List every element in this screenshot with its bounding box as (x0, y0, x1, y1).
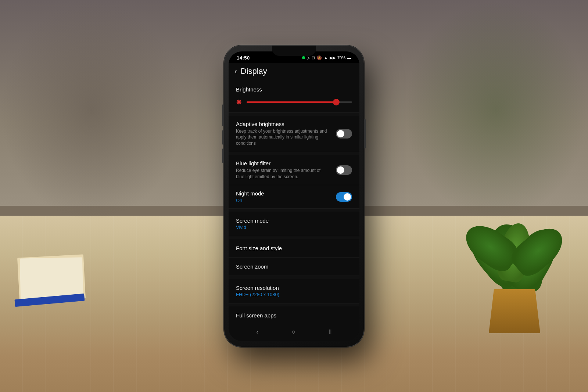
page-title: Display (241, 66, 267, 76)
bg-blur-left (0, 0, 184, 220)
screen-zoom-title: Screen zoom (236, 263, 352, 270)
separator-4 (229, 236, 359, 239)
night-mode-title: Night mode (236, 190, 330, 197)
status-time: 14:50 (237, 55, 250, 61)
adaptive-brightness-toggle[interactable] (336, 129, 352, 139)
notification-dot (302, 56, 305, 59)
font-size-row[interactable]: Font size and style (229, 239, 359, 258)
screen-mode-title: Screen mode (236, 217, 352, 224)
battery-percentage: 70% (337, 55, 345, 60)
toggle-knob-night (344, 193, 351, 201)
full-screen-apps-title: Full screen apps (236, 312, 352, 319)
settings-content: Brightness ✺ Adaptive brightness (229, 80, 359, 324)
blue-light-filter-desc: Reduce eye strain by limiting the amount… (236, 168, 330, 180)
mute-icon: 🔕 (317, 55, 322, 60)
separator-2 (229, 152, 359, 155)
night-mode-info: Night mode On (236, 190, 336, 203)
phone-screen: 14:50 ▷ ⊡ 🔕 ▲ ▶▶ 70% ▬ ‹ Display (229, 51, 359, 341)
screen-mode-subtitle: Vivid (236, 224, 352, 230)
separator-5 (229, 276, 359, 279)
plant-pot (489, 289, 540, 333)
adaptive-brightness-desc: Keep track of your brightness adjustment… (236, 128, 330, 147)
phone-wrapper: 14:50 ▷ ⊡ 🔕 ▲ ▶▶ 70% ▬ ‹ Display (224, 46, 364, 347)
font-size-title: Font size and style (236, 245, 352, 251)
adaptive-brightness-title: Adaptive brightness (236, 121, 330, 127)
screen-resolution-title: Screen resolution (236, 285, 352, 291)
screen-resolution-row[interactable]: Screen resolution FHD+ (2280 x 1080) (229, 279, 359, 303)
signal-icon: ▶▶ (330, 55, 336, 60)
paper-white (20, 258, 83, 299)
page-header: ‹ Display (229, 63, 359, 80)
phone-outer: 14:50 ▷ ⊡ 🔕 ▲ ▶▶ 70% ▬ ‹ Display (224, 46, 364, 347)
volume-down-button[interactable] (222, 148, 224, 163)
phone-notch (272, 46, 316, 56)
brightness-slider-row: ✺ (236, 98, 352, 107)
adaptive-brightness-row[interactable]: Adaptive brightness Keep track of your b… (229, 116, 359, 152)
nav-back-button[interactable]: ‹ (256, 328, 258, 336)
toggle-knob-blue (337, 166, 344, 174)
separator-1 (229, 113, 359, 116)
status-icons: ▷ ⊡ 🔕 ▲ ▶▶ 70% ▬ (302, 55, 351, 60)
brightness-section: Brightness ✺ (229, 80, 359, 113)
full-screen-apps-row[interactable]: Full screen apps (229, 306, 359, 324)
blue-light-filter-row[interactable]: Blue light filter Reduce eye strain by l… (229, 155, 359, 186)
bottom-nav: ‹ ○ ⦀ (229, 324, 359, 341)
back-button[interactable]: ‹ (234, 67, 237, 75)
blue-light-filter-info: Blue light filter Reduce eye strain by l… (236, 160, 336, 180)
nav-home-button[interactable]: ○ (292, 328, 296, 336)
blue-light-filter-toggle[interactable] (336, 165, 352, 175)
brightness-label: Brightness (236, 86, 352, 93)
slider-fill (247, 101, 336, 103)
cast-icon: ⊡ (312, 55, 315, 60)
slider-thumb[interactable] (333, 99, 340, 105)
screen-mode-row[interactable]: Screen mode Vivid (229, 212, 359, 236)
battery-icon: ▬ (347, 55, 351, 60)
separator-6 (229, 303, 359, 306)
wifi-icon: ▲ (324, 55, 328, 60)
nav-recents-button[interactable]: ⦀ (329, 328, 332, 336)
screen-resolution-subtitle: FHD+ (2280 x 1080) (236, 292, 352, 297)
plant-area (463, 179, 566, 333)
volume-up-button[interactable] (222, 130, 224, 145)
brightness-slider[interactable] (247, 101, 352, 103)
toggle-knob-adaptive (337, 130, 344, 137)
adaptive-brightness-info: Adaptive brightness Keep track of your b… (236, 121, 336, 147)
blue-light-filter-title: Blue light filter (236, 160, 330, 166)
media-icon: ▷ (307, 55, 310, 60)
night-mode-subtitle: On (236, 198, 330, 203)
night-mode-row[interactable]: Night mode On (229, 185, 359, 209)
screen-zoom-row[interactable]: Screen zoom (229, 258, 359, 276)
night-mode-toggle[interactable] (336, 192, 352, 202)
separator-3 (229, 209, 359, 212)
sun-icon: ✺ (236, 98, 242, 107)
